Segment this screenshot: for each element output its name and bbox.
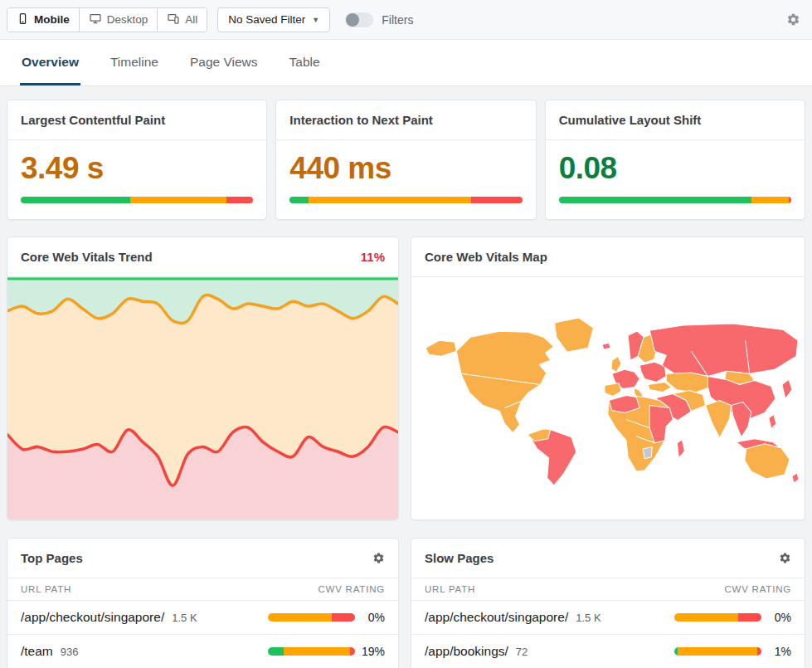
cwv-trend-card: Core Web Vitals Trend 11% — [7, 236, 399, 520]
map-philippines — [769, 414, 776, 428]
toggle-knob — [346, 13, 359, 27]
cwv-trend-title: Core Web Vitals Trend — [21, 250, 153, 264]
slow-pages-gear-icon[interactable] — [779, 552, 791, 564]
inp-rating-bar — [289, 197, 522, 203]
cls-rating-bar — [559, 197, 791, 203]
smartphone-icon — [17, 12, 29, 27]
row-rating-bar — [268, 647, 355, 656]
toolbar: Mobile Desktop All No Saved Filter ▼ Fil… — [0, 0, 812, 40]
device-all-label: All — [185, 13, 197, 26]
chevron-down-icon: ▼ — [312, 16, 319, 24]
top-pages-card: Top Pages URL PATH CWV RATING /app/check… — [7, 538, 399, 668]
row-url-path[interactable]: /app/checkout/singapore/ — [425, 610, 568, 625]
cls-card-title: Cumulative Layout Shift — [559, 113, 702, 127]
cls-value: 0.08 — [559, 152, 791, 186]
row-rating-bar — [674, 613, 761, 622]
tab-timeline[interactable]: Timeline — [109, 55, 160, 85]
map-africa-south-patch — [643, 446, 652, 458]
cwv-trend-chart — [7, 277, 398, 519]
device-all-button[interactable]: All — [158, 8, 207, 32]
map-madagascar — [677, 439, 684, 457]
lcp-value: 3.49 s — [21, 152, 253, 186]
tab-overview[interactable]: Overview — [20, 55, 80, 85]
inp-card: Interaction to Next Paint 440 ms — [275, 100, 536, 220]
metric-cards-row: Largest Contentful Paint 3.49 s Interact… — [7, 100, 805, 220]
saved-filter-dropdown[interactable]: No Saved Filter ▼ — [217, 7, 330, 32]
row-rating-pct: 0% — [355, 611, 385, 624]
row-rating-pct: 0% — [761, 611, 791, 624]
row-count: 1.5 K — [172, 612, 197, 624]
map-uk — [611, 356, 621, 372]
map-australia — [745, 443, 790, 478]
device-desktop-label: Desktop — [107, 13, 148, 26]
map-iberia — [605, 383, 621, 396]
monitor-icon — [89, 12, 102, 27]
row-url-path[interactable]: /app/checkout/singapore/ — [21, 610, 164, 625]
tab-page-views[interactable]: Page Views — [188, 55, 260, 85]
table-row[interactable]: /app/bookings/ 72 1% — [411, 635, 805, 668]
row-count: 72 — [516, 646, 528, 658]
lcp-card: Largest Contentful Paint 3.49 s — [7, 100, 267, 220]
cwv-map-card: Core Web Vitals Map — [411, 236, 805, 520]
top-pages-title: Top Pages — [21, 551, 83, 565]
device-mobile-button[interactable]: Mobile — [7, 8, 80, 32]
slow-pages-card: Slow Pages URL PATH CWV RATING /app/chec… — [411, 538, 805, 668]
top-pages-table-header: URL PATH CWV RATING — [7, 578, 398, 601]
map-africa-east — [649, 405, 673, 442]
cwv-map-title: Core Web Vitals Map — [425, 250, 547, 264]
cls-card: Cumulative Layout Shift 0.08 — [545, 100, 805, 220]
col-url-path: URL PATH — [425, 584, 475, 594]
map-iceland — [602, 343, 610, 349]
tab-table[interactable]: Table — [288, 55, 322, 85]
map-alaska — [425, 340, 456, 356]
filters-toggle[interactable] — [345, 12, 373, 27]
top-pages-gear-icon[interactable] — [372, 552, 385, 564]
device-mobile-label: Mobile — [34, 13, 70, 26]
col-cwv-rating: CWV RATING — [724, 584, 791, 594]
devices-icon — [167, 12, 180, 27]
cwv-world-map — [411, 277, 805, 519]
table-row[interactable]: /app/checkout/singapore/ 1.5 K 0% — [411, 601, 805, 635]
map-turkey — [648, 382, 671, 392]
inp-value: 440 ms — [289, 152, 522, 186]
row-url-path[interactable]: /team — [21, 644, 53, 659]
device-desktop-button[interactable]: Desktop — [80, 8, 158, 32]
row-rating-bar — [674, 647, 761, 656]
row-rating-pct: 1% — [761, 645, 791, 658]
row-rating-pct: 19% — [355, 645, 385, 658]
lcp-rating-bar — [21, 197, 253, 203]
map-north-america — [456, 331, 554, 433]
row-count: 1.5 K — [576, 612, 600, 624]
settings-gear-icon[interactable] — [786, 12, 800, 27]
saved-filter-label: No Saved Filter — [228, 13, 305, 26]
map-japan — [782, 379, 792, 398]
map-greenland — [555, 318, 594, 352]
slow-pages-table-header: URL PATH CWV RATING — [411, 578, 805, 601]
cwv-trend-badge: 11% — [361, 250, 385, 264]
map-central-asia — [666, 373, 710, 393]
map-new-zealand — [792, 472, 799, 482]
col-cwv-rating: CWV RATING — [318, 584, 385, 594]
col-url-path: URL PATH — [21, 584, 71, 594]
filters-toggle-label: Filters — [382, 13, 413, 27]
map-russia — [649, 324, 798, 376]
slow-pages-title: Slow Pages — [425, 551, 494, 565]
inp-card-title: Interaction to Next Paint — [289, 113, 433, 127]
device-segmented-control: Mobile Desktop All — [7, 7, 207, 32]
tab-bar: Overview Timeline Page Views Table — [0, 40, 812, 86]
lcp-card-title: Largest Contentful Paint — [21, 113, 165, 127]
row-count: 936 — [61, 646, 79, 658]
table-row[interactable]: /team 936 19% — [7, 635, 398, 668]
map-india — [706, 400, 732, 437]
row-rating-bar — [268, 613, 355, 622]
row-url-path[interactable]: /app/bookings/ — [425, 644, 508, 659]
table-row[interactable]: /app/checkout/singapore/ 1.5 K 0% — [7, 601, 398, 635]
